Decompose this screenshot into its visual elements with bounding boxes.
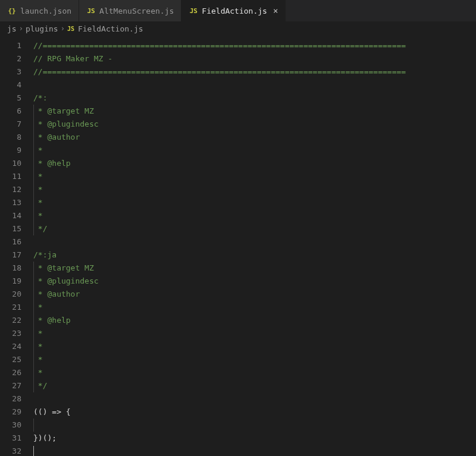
code-token: * @author — [33, 133, 84, 141]
code-line[interactable]: * — [33, 366, 476, 379]
line-number: 12 — [0, 183, 33, 196]
code-token: * — [33, 146, 43, 155]
code-line[interactable]: * — [33, 209, 476, 222]
breadcrumb-seg[interactable]: FieldAction.js — [78, 24, 143, 33]
line-number: 32 — [0, 445, 33, 456]
text-cursor — [33, 446, 34, 457]
code-line[interactable]: * @help — [33, 314, 476, 327]
code-line[interactable]: */ — [33, 222, 476, 235]
code-line[interactable]: * — [33, 183, 476, 196]
indent-guide — [33, 301, 34, 314]
editor[interactable]: 1234567891011121314151617181920212223242… — [0, 36, 476, 456]
code-line[interactable]: // RPG Maker MZ - — [33, 52, 476, 65]
code-line[interactable]: * @plugindesc — [33, 275, 476, 288]
code-line[interactable] — [33, 419, 476, 432]
line-number: 20 — [0, 288, 33, 301]
code-line[interactable]: */ — [33, 379, 476, 392]
chevron-right-icon: › — [19, 24, 23, 33]
code-token: // RPG Maker MZ - — [33, 54, 117, 63]
close-icon[interactable]: × — [273, 6, 278, 15]
line-number: 21 — [0, 301, 33, 314]
code-line[interactable]: * — [33, 196, 476, 209]
code-line[interactable]: * @plugindesc — [33, 118, 476, 131]
tab-AltMenuScreen-js[interactable]: JSAltMenuScreen.js — [79, 0, 181, 21]
code-token: * — [33, 185, 47, 194]
line-number: 30 — [0, 419, 33, 432]
code-line[interactable]: * @help — [33, 157, 476, 170]
line-number: 9 — [0, 144, 33, 157]
code-token: * — [33, 342, 47, 351]
tab-label: launch.json — [20, 7, 71, 15]
code-token: * @author — [33, 290, 84, 298]
code-line[interactable]: //======================================… — [33, 65, 476, 78]
json-file-icon: {} — [7, 6, 17, 15]
line-number-gutter: 1234567891011121314151617181920212223242… — [0, 36, 33, 456]
code-token: * — [33, 303, 43, 312]
indent-guide — [33, 353, 34, 366]
indent-guide — [33, 419, 34, 432]
line-number: 3 — [0, 65, 33, 78]
line-number: 23 — [0, 327, 33, 340]
line-number: 26 — [0, 366, 33, 379]
code-line[interactable]: * @target MZ — [33, 105, 476, 118]
indent-guide — [33, 314, 34, 327]
tab-label: AltMenuScreen.js — [99, 7, 174, 15]
code-line[interactable]: * — [33, 353, 476, 366]
code-line[interactable]: /*:ja — [33, 249, 476, 262]
code-token: * @plugindesc — [33, 119, 103, 128]
code-line[interactable] — [33, 392, 476, 405]
line-number: 19 — [0, 275, 33, 288]
code-line[interactable]: * — [33, 301, 476, 314]
tab-label: FieldAction.js — [202, 7, 267, 15]
indent-guide — [33, 340, 34, 353]
breadcrumb-seg[interactable]: js — [7, 24, 17, 33]
line-number: 29 — [0, 405, 33, 419]
code-area[interactable]: //======================================… — [33, 36, 476, 456]
code-line[interactable] — [33, 78, 476, 92]
code-token: })(); — [33, 433, 57, 442]
line-number: 31 — [0, 432, 33, 445]
indent-guide — [33, 196, 34, 209]
indent-guide — [33, 183, 34, 196]
indent-guide — [33, 275, 34, 288]
code-line[interactable]: * — [33, 170, 476, 183]
code-line[interactable] — [33, 445, 476, 456]
code-token: * — [33, 172, 43, 181]
code-line[interactable]: * — [33, 327, 476, 340]
indent-guide — [33, 327, 34, 340]
code-token: * — [33, 211, 47, 220]
code-token: * @plugindesc — [33, 276, 103, 285]
breadcrumb-seg[interactable]: plugins — [26, 24, 58, 33]
line-number: 1 — [0, 39, 33, 52]
code-token: * — [33, 368, 47, 377]
indent-guide — [33, 131, 34, 144]
code-line[interactable]: /*: — [33, 92, 476, 105]
line-number: 8 — [0, 131, 33, 144]
line-number: 2 — [0, 52, 33, 65]
code-line[interactable]: * @author — [33, 131, 476, 144]
code-token: */ — [33, 224, 47, 233]
breadcrumbs[interactable]: js › plugins › JS FieldAction.js — [0, 21, 476, 36]
line-number: 17 — [0, 249, 33, 262]
code-line[interactable]: (() => { — [33, 405, 476, 419]
code-line[interactable]: * @author — [33, 288, 476, 301]
js-file-icon: JS — [67, 26, 74, 32]
code-token: * @help — [33, 159, 75, 168]
code-line[interactable] — [33, 235, 476, 249]
code-line[interactable]: * — [33, 340, 476, 353]
code-token: * — [33, 198, 43, 207]
code-line[interactable]: })(); — [33, 432, 476, 445]
line-number: 15 — [0, 222, 33, 235]
code-line[interactable]: * — [33, 144, 476, 157]
line-number: 22 — [0, 314, 33, 327]
tab-launch-json[interactable]: {}launch.json — [0, 0, 79, 21]
code-line[interactable]: //======================================… — [33, 39, 476, 52]
line-number: 14 — [0, 209, 33, 222]
code-line[interactable]: * @target MZ — [33, 262, 476, 275]
code-token: //======================================… — [33, 67, 406, 76]
tab-FieldAction-js[interactable]: JSFieldAction.js× — [181, 0, 286, 21]
line-number: 28 — [0, 392, 33, 405]
indent-guide — [33, 262, 34, 275]
line-number: 7 — [0, 118, 33, 131]
line-number: 11 — [0, 170, 33, 183]
